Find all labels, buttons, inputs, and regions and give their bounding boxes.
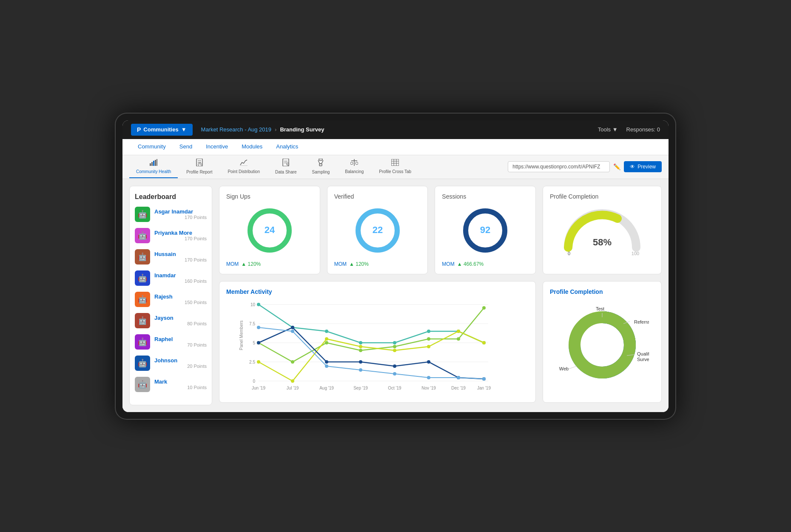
verified-donut: 22	[334, 205, 421, 256]
svg-text:Test: Test	[596, 306, 604, 311]
toolbar: Community Health Profile Report Point Di…	[122, 155, 669, 179]
nav-modules[interactable]: Modules	[235, 139, 269, 155]
svg-point-61	[325, 330, 328, 333]
sign-ups-title: Sign Ups	[226, 193, 250, 200]
list-item: 🤖 Mark 10 Points	[135, 377, 207, 392]
leader-points: 170 Points	[154, 236, 207, 241]
leader-points: 70 Points	[154, 342, 207, 347]
toolbar-balancing[interactable]: Balancing	[338, 156, 370, 178]
toolbar-profile-report-label: Profile Report	[186, 170, 212, 174]
eye-icon: 👁	[630, 164, 635, 170]
toolbar-sampling-label: Sampling	[312, 170, 330, 174]
toolbar-profile-report[interactable]: Profile Report	[179, 155, 219, 179]
verified-svg: 22	[352, 205, 403, 256]
avatar: 🤖	[135, 313, 150, 328]
leader-name: Hussain	[154, 251, 207, 257]
tools-button[interactable]: Tools ▼	[598, 126, 618, 133]
communities-logo: P	[137, 126, 141, 133]
preview-button[interactable]: 👁 Preview	[624, 161, 662, 172]
leader-points: 160 Points	[154, 279, 207, 284]
avatar: 🤖	[135, 377, 150, 392]
toolbar-right: ✏️ 👁 Preview	[508, 161, 662, 172]
stats-row: Sign Ups 24 MOM 120%	[219, 186, 662, 274]
svg-point-98	[482, 377, 486, 381]
sign-ups-svg: 24	[244, 205, 295, 256]
leader-info: Inamdar 160 Points	[154, 272, 207, 284]
svg-rect-3	[155, 160, 156, 166]
leader-info: Mark 10 Points	[154, 378, 207, 390]
leader-name: Raphel	[154, 336, 207, 342]
svg-point-79	[393, 349, 396, 352]
toolbar-sampling[interactable]: Sampling	[305, 155, 337, 179]
svg-point-94	[359, 368, 362, 372]
nav-bar: Community Send Incentive Modules Analyti…	[122, 139, 669, 155]
svg-text:10: 10	[250, 302, 256, 307]
verified-change: 120%	[349, 261, 369, 267]
leader-info: Priyanka More 170 Points	[154, 230, 207, 241]
profile-cross-tab-icon	[391, 159, 399, 168]
top-bar-right: Tools ▼ Responses: 0	[598, 126, 660, 133]
sessions-mom-label: MOM	[442, 261, 454, 267]
sign-ups-mom-label: MOM	[226, 261, 239, 267]
leader-points: 150 Points	[154, 300, 207, 305]
toolbar-data-share[interactable]: Data Share	[268, 155, 304, 179]
breadcrumb-link[interactable]: Market Research - Aug 2019	[201, 126, 271, 133]
url-input[interactable]	[508, 161, 610, 172]
sessions-svg: 92	[460, 205, 511, 256]
svg-text:Nov '19: Nov '19	[421, 386, 436, 390]
svg-text:Jul '19: Jul '19	[287, 386, 299, 390]
verified-footer: MOM 120%	[334, 261, 369, 267]
gauge-svg: 58% 0 100	[560, 205, 645, 256]
nav-analytics[interactable]: Analytics	[269, 139, 305, 155]
toolbar-profile-cross-tab-label: Profile Cross Tab	[379, 169, 411, 174]
toolbar-community-health[interactable]: Community Health	[129, 156, 178, 178]
svg-point-63	[393, 341, 396, 344]
toolbar-profile-cross-tab[interactable]: Profile Cross Tab	[372, 156, 418, 178]
verified-title: Verified	[334, 193, 354, 200]
edit-icon[interactable]: ✏️	[613, 163, 620, 170]
leaderboard-title: Leaderboard	[135, 193, 207, 201]
toolbar-balancing-label: Balancing	[345, 169, 364, 174]
toolbar-point-distribution-label: Point Distribution	[228, 169, 260, 174]
leader-name: Inamdar	[154, 272, 207, 279]
leader-info: Rajesh 150 Points	[154, 293, 207, 305]
device-screen: P Communities ▼ Market Research - Aug 20…	[122, 120, 669, 412]
leader-info: Johnson 20 Points	[154, 357, 207, 369]
svg-text:0: 0	[568, 251, 570, 256]
svg-rect-0	[150, 163, 151, 166]
svg-text:Jan '19: Jan '19	[477, 386, 491, 390]
top-bar: P Communities ▼ Market Research - Aug 20…	[122, 120, 669, 139]
leader-info: Hussain 170 Points	[154, 251, 207, 262]
svg-point-73	[457, 337, 460, 341]
sessions-title: Sessions	[442, 193, 466, 200]
bottom-row: Member Activity Panel Members	[219, 281, 662, 403]
nav-incentive[interactable]: Incentive	[199, 139, 235, 155]
list-item: 🤖 Rajesh 150 Points	[135, 292, 207, 307]
svg-point-75	[257, 360, 260, 364]
svg-text:5: 5	[253, 341, 255, 345]
svg-point-83	[257, 341, 260, 344]
nav-community[interactable]: Community	[131, 139, 173, 155]
sampling-icon	[317, 159, 324, 168]
communities-dropdown-icon: ▼	[181, 126, 187, 133]
list-item: 🤖 Johnson 20 Points	[135, 356, 207, 371]
svg-point-70	[359, 349, 362, 352]
svg-point-76	[291, 379, 294, 383]
svg-point-78	[359, 345, 362, 348]
svg-point-96	[427, 376, 430, 379]
leader-points: 10 Points	[154, 385, 207, 390]
svg-point-22	[350, 162, 353, 165]
balancing-icon	[350, 159, 358, 168]
svg-rect-2	[153, 161, 154, 166]
svg-line-112	[568, 366, 577, 369]
svg-point-82	[482, 341, 486, 344]
toolbar-point-distribution[interactable]: Point Distribution	[221, 156, 267, 178]
sessions-donut: 92	[442, 205, 529, 256]
leader-points: 80 Points	[154, 321, 207, 326]
nav-send[interactable]: Send	[173, 139, 199, 155]
leader-info: Raphel 70 Points	[154, 336, 207, 347]
svg-point-95	[393, 372, 396, 376]
avatar: 🤖	[135, 292, 150, 307]
leader-name: Priyanka More	[154, 230, 207, 236]
communities-button[interactable]: P Communities ▼	[131, 124, 193, 136]
